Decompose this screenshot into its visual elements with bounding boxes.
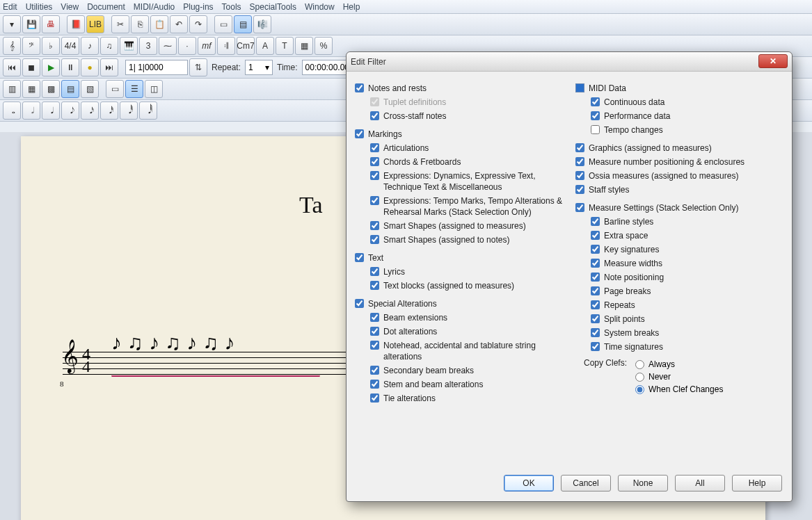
dialog-titlebar[interactable]: Edit Filter ✕	[347, 52, 792, 72]
chk-extra-space[interactable]	[591, 231, 600, 240]
cancel-button[interactable]: Cancel	[561, 475, 611, 491]
paste-icon[interactable]: 📋	[150, 15, 168, 33]
clef-tool-icon[interactable]: 𝄢	[22, 37, 40, 55]
chk-dot-alterations[interactable]	[370, 327, 379, 336]
chk-repeats[interactable]	[591, 300, 600, 309]
menu-midi-audio[interactable]: MIDI/Audio	[134, 2, 175, 12]
note-32-icon[interactable]: 𝅘𝅥𝅰	[100, 101, 118, 120]
key-sig-tool-icon[interactable]: ♭	[42, 37, 60, 55]
layout-2-icon[interactable]: ▦	[22, 80, 40, 98]
ok-button[interactable]: OK	[504, 475, 554, 491]
menu-window[interactable]: Window	[305, 2, 335, 12]
chk-barline-styles[interactable]	[591, 217, 600, 226]
expression-icon[interactable]: mf	[198, 37, 216, 55]
note-16-icon[interactable]: 𝅘𝅥𝅯	[81, 101, 99, 120]
articulation-icon[interactable]: ·	[178, 37, 196, 55]
radio-clefs-when-changes[interactable]	[635, 385, 644, 394]
chk-performance-data[interactable]	[591, 111, 600, 120]
radio-clefs-never[interactable]	[635, 373, 644, 382]
note-2-icon[interactable]: 𝅗𝅥	[22, 101, 40, 120]
counter-step-icon[interactable]: ⇅	[189, 58, 207, 76]
help-button[interactable]: Help	[732, 475, 782, 491]
pause-icon[interactable]: ⏸	[61, 58, 79, 76]
save-icon[interactable]: 💾	[22, 15, 40, 33]
time-sig-tool-icon[interactable]: 4/4	[61, 37, 79, 55]
book-icon[interactable]: 📕	[67, 15, 85, 33]
show-hide-icon[interactable]: ◫	[145, 80, 163, 98]
chk-page-breaks[interactable]	[591, 286, 600, 295]
redo-icon[interactable]: ↷	[189, 15, 207, 33]
tuplet-tool-icon[interactable]: 3	[139, 37, 157, 55]
menu-plugins[interactable]: Plug-ins	[183, 2, 213, 12]
chk-system-breaks[interactable]	[591, 328, 600, 337]
menu-help[interactable]: Help	[343, 2, 360, 12]
copy-icon[interactable]: ⎘	[131, 15, 149, 33]
menu-utilities[interactable]: Utilities	[26, 2, 53, 12]
chk-staff-styles[interactable]	[575, 185, 584, 194]
resize-tool-icon[interactable]: %	[315, 37, 333, 55]
chk-text-blocks[interactable]	[370, 281, 379, 290]
menu-specialtools[interactable]: SpecialTools	[250, 2, 296, 12]
selection-tool-icon[interactable]: ▦	[295, 37, 313, 55]
page-icon[interactable]: ▭	[106, 80, 124, 98]
chk-tempo-changes[interactable]	[591, 125, 600, 134]
scroll-view-icon[interactable]: ▤	[234, 15, 252, 33]
chk-measure-number-pos[interactable]	[575, 157, 584, 166]
all-button[interactable]: All	[675, 475, 725, 491]
menu-tools[interactable]: Tools	[222, 2, 241, 12]
chk-continuous-data[interactable]	[591, 97, 600, 106]
library-icon[interactable]: LIB	[86, 15, 104, 33]
layout-1-icon[interactable]: ▥	[3, 80, 21, 98]
chk-ossia[interactable]	[575, 171, 584, 180]
chk-notehead-alterations[interactable]	[370, 341, 379, 350]
chk-note-positioning[interactable]	[591, 273, 600, 282]
chk-tie-alterations[interactable]	[370, 393, 379, 403]
chk-time-signatures[interactable]	[591, 342, 600, 351]
layout-3-icon[interactable]: ▩	[42, 80, 60, 98]
stop-icon[interactable]: ◼	[22, 58, 40, 76]
repeat-field[interactable]: 1▾	[245, 60, 273, 75]
chk-cross-staff-notes[interactable]	[370, 111, 379, 120]
chk-midi-data[interactable]	[575, 83, 584, 92]
note-64-icon[interactable]: 𝅘𝅥𝅱	[120, 101, 138, 120]
note-128-icon[interactable]: 𝅘𝅥𝅲	[139, 101, 157, 120]
layout-4-icon[interactable]: ▤	[61, 80, 79, 98]
speedy-entry-icon[interactable]: ♫	[100, 37, 118, 55]
note-1-icon[interactable]: 𝅝	[3, 101, 21, 120]
chk-stem-beam[interactable]	[370, 380, 379, 389]
chk-markings[interactable]	[355, 129, 364, 138]
staff-view-icon[interactable]: 🎼	[253, 15, 271, 33]
undo-icon[interactable]: ↶	[170, 15, 188, 33]
none-button[interactable]: None	[618, 475, 668, 491]
menu-document[interactable]: Document	[87, 2, 125, 12]
close-button[interactable]: ✕	[758, 54, 788, 68]
chk-measure-widths[interactable]	[591, 259, 600, 268]
lyrics-tool-icon[interactable]: A	[256, 37, 274, 55]
dropdown-icon[interactable]: ▾	[3, 15, 21, 33]
smart-shape-icon[interactable]: ⁓	[159, 37, 177, 55]
chk-key-signatures[interactable]	[591, 245, 600, 254]
record-icon[interactable]: ●	[81, 58, 99, 76]
menu-edit[interactable]: Edit	[3, 2, 17, 12]
chk-articulations[interactable]	[370, 143, 379, 152]
layers-icon[interactable]: ☰	[125, 80, 143, 98]
counter-field[interactable]: 1| 1|0000	[125, 60, 188, 75]
chk-smart-measures[interactable]	[370, 221, 379, 230]
staff-tool-icon[interactable]: 𝄞	[3, 37, 21, 55]
chk-expr-tempo[interactable]	[370, 196, 379, 205]
chk-text[interactable]	[355, 253, 364, 262]
chk-measure-settings[interactable]	[575, 203, 584, 212]
chk-graphics[interactable]	[575, 143, 584, 152]
chk-notes-and-rests[interactable]	[355, 83, 364, 92]
forward-icon[interactable]: ⏭	[100, 58, 118, 76]
print-icon[interactable]: 🖶	[42, 15, 60, 33]
text-tool-icon[interactable]: T	[276, 37, 294, 55]
chk-expr-dynamics[interactable]	[370, 171, 379, 180]
chk-special-alterations[interactable]	[355, 299, 364, 308]
note-4-icon[interactable]: 𝅘𝅥	[42, 101, 60, 120]
simple-entry-icon[interactable]: ♪	[81, 37, 99, 55]
radio-clefs-always[interactable]	[635, 360, 644, 369]
repeat-tool-icon[interactable]: 𝄇	[217, 37, 235, 55]
layout-5-icon[interactable]: ▧	[81, 80, 99, 98]
chk-split-points[interactable]	[591, 314, 600, 323]
